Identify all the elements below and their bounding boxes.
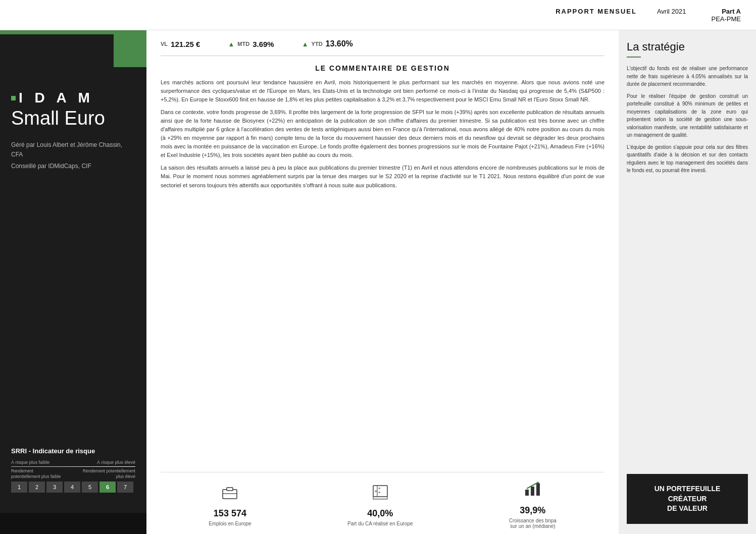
ca-icon: ≡ ≡ ≡ — [371, 484, 389, 504]
svg-rect-10 — [531, 487, 534, 496]
portfolio-line1: UN PORTEFEUILLE — [634, 484, 740, 494]
strategy-text3: L'équipe de gestion s'appuie pour cela s… — [627, 143, 748, 175]
kpi-ytd: ▲ YTD 13.60% — [302, 39, 353, 48]
portfolio-line2: CRÉATEUR — [634, 494, 740, 504]
green-square-accent — [114, 34, 146, 67]
svg-rect-4 — [373, 497, 387, 499]
stat-bnpa: 39,9% Croissance des bnpasur un an (médi… — [509, 480, 557, 529]
commentary-para2: Dans ce contexte, votre fonds progresse … — [161, 108, 604, 159]
commentary-para3: La saison des résultats annuels a laissé… — [161, 164, 604, 189]
srri-section: SRRI - Indicateur de risque À risque plu… — [11, 447, 135, 493]
kpi-ytd-value: 13.60% — [326, 39, 353, 48]
svg-text:≡: ≡ — [378, 491, 380, 494]
srri-scale-left: Rendementpotentiellement plus faible — [11, 468, 61, 479]
strategy-underline — [627, 57, 641, 58]
strategy-text-block: L'objectif du fonds est de réaliser une … — [627, 65, 748, 175]
bnpa-icon — [524, 480, 542, 501]
srri-box-3: 3 — [46, 482, 63, 493]
right-panel: La stratégie L'objectif du fonds est de … — [619, 30, 756, 534]
kpi-vl-value: 121.25 € — [171, 40, 200, 48]
date-label: Avril 2021 — [657, 8, 686, 15]
fund-subtitle: Small Euro — [11, 108, 135, 129]
fund-name-block: I D A M Small Euro Géré par Louis Albert… — [11, 90, 135, 171]
bottom-stats-row: 153 574 Emplois en Europe ≡ ≡ ≡ 40,0% P — [161, 472, 604, 534]
kpi-mtd-arrow: ▲ — [228, 40, 234, 48]
svg-text:≡: ≡ — [375, 489, 377, 494]
part-label: Part A — [722, 8, 741, 15]
svg-rect-1 — [227, 488, 233, 491]
kpi-mtd: ▲ MTD 3.69% — [228, 40, 274, 48]
fund-manager: Géré par Louis Albert et Jérôme Chassin,… — [11, 140, 135, 159]
stat-bnpa-desc: Croissance des bnpasur un an (médiane) — [509, 518, 557, 529]
stat-ca: ≡ ≡ ≡ 40,0% Part du CA réalisé en Europe — [347, 484, 413, 526]
srri-title: SRRI - Indicateur de risque — [11, 447, 135, 455]
strategy-text2: Pour le réaliser l'équipe de gestion con… — [627, 92, 748, 139]
sub-label: PEA-PME — [711, 15, 741, 23]
stat-bnpa-number: 39,9% — [520, 505, 545, 516]
left-bottom-strip — [0, 513, 146, 534]
stat-ca-number: 40,0% — [367, 508, 393, 519]
stat-ca-desc: Part du CA réalisé en Europe — [347, 521, 413, 526]
commentary-title: LE COMMENTAIRE DE GESTION — [161, 64, 604, 72]
srri-box-1: 1 — [11, 482, 27, 493]
srri-box-4: 4 — [64, 482, 80, 493]
strategy-text1: L'objectif du fonds est de réaliser une … — [627, 65, 748, 88]
svg-rect-9 — [525, 490, 529, 496]
srri-boxes: 1 2 3 4 5 6 7 — [11, 482, 135, 493]
svg-rect-11 — [536, 484, 540, 496]
kpi-row: VL 121.25 € ▲ MTD 3.69% ▲ YTD 13.60% — [161, 30, 604, 56]
idam-text: I D A M — [19, 90, 94, 106]
commentary-para1: Les marchés actions ont poursuivi leur t… — [161, 78, 604, 104]
rapport-label: RAPPORT MENSUEL — [556, 8, 637, 15]
portfolio-block: UN PORTEFEUILLE CRÉATEUR DE VALEUR — [627, 474, 748, 524]
srri-box-2: 2 — [29, 482, 45, 493]
fund-adviser: Conseillé par IDMidCaps, CIF — [11, 162, 135, 171]
center-panel: VL 121.25 € ▲ MTD 3.69% ▲ YTD 13.60% LE … — [146, 30, 619, 534]
srri-box-6-active: 6 — [99, 482, 116, 493]
kpi-vl-label: VL — [161, 41, 168, 47]
srri-box-5: 5 — [82, 482, 98, 493]
srri-high-label: À risque plus élevé — [97, 460, 135, 465]
srri-low-label: À risque plus faible — [11, 460, 49, 465]
emplois-icon — [221, 484, 239, 504]
svg-text:≡: ≡ — [378, 487, 380, 490]
green-top-bar — [0, 30, 146, 34]
commentary-body: Les marchés actions ont poursuivi leur t… — [161, 78, 604, 467]
idam-logo: I D A M — [11, 90, 135, 106]
srri-scale-right: Rendement potentiellementplus élevé — [83, 468, 135, 479]
kpi-mtd-value: 3.69% — [253, 40, 274, 48]
left-panel: I D A M Small Euro Géré par Louis Albert… — [0, 30, 146, 534]
kpi-mtd-label: MTD — [237, 41, 249, 47]
portfolio-line3: DE VALEUR — [634, 504, 740, 514]
strategy-title: La stratégie — [627, 40, 748, 54]
stat-emplois-desc: Emplois en Europe — [209, 521, 251, 526]
kpi-ytd-label: YTD — [312, 41, 323, 47]
stat-emplois: 153 574 Emplois en Europe — [209, 484, 251, 526]
stat-emplois-number: 153 574 — [214, 508, 246, 519]
idam-dot-icon — [11, 96, 16, 100]
kpi-vl: VL 121.25 € — [161, 40, 200, 48]
srri-box-7: 7 — [117, 482, 133, 493]
kpi-ytd-arrow: ▲ — [302, 40, 309, 48]
